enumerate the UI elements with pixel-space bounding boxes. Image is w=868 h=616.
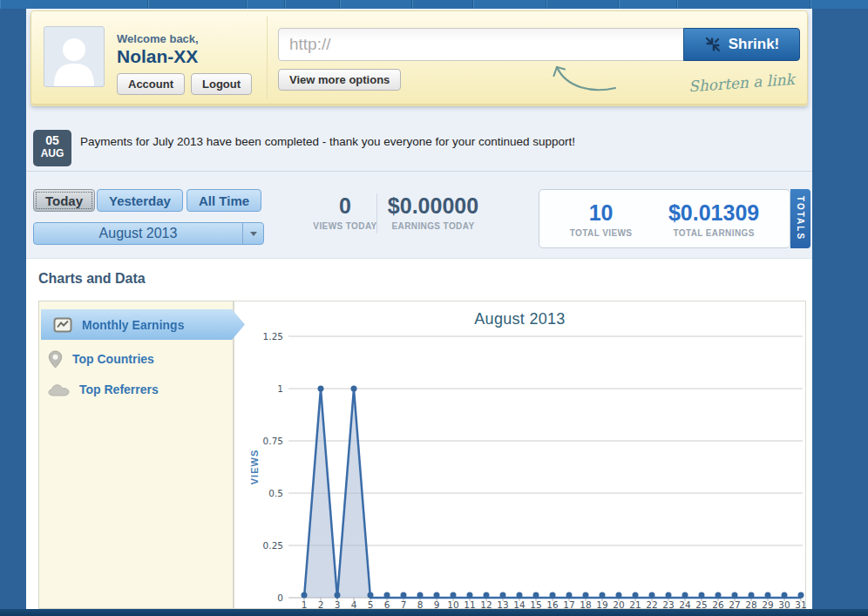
dropdown-arrow-box[interactable] [242,223,263,244]
account-button[interactable]: Account [117,73,185,95]
nav-tab[interactable] [412,0,473,9]
announcement-text: Payments for July 2013 have been complet… [80,135,575,148]
svg-text:1.25: 1.25 [263,331,283,342]
date-day: 05 [33,134,71,147]
announcement-bar: 05 AUG Payments for July 2013 have been … [26,122,812,172]
username: Nolan-XX [117,46,198,67]
total-earnings-stat: $0.01309 TOTAL EARNINGS [668,200,759,238]
earnings-today-stat: $0.00000 EARNINGS TODAY [385,193,481,231]
earnings-today-label: EARNINGS TODAY [385,221,481,231]
main-content: Welcome back, Nolan-XX Account Logout [26,9,812,609]
views-today-label: VIEWS TODAY [310,221,380,231]
nav-tab[interactable] [473,0,546,9]
charts-menu-panel: Monthly Earnings Top Countries Top Refer… [38,301,234,609]
charts-and-data-section: Charts and Data Monthly Earnings Top Cou… [26,259,812,609]
totals-tab[interactable]: TOTALS [790,189,810,248]
nav-tab[interactable] [619,0,677,9]
nav-tab[interactable] [285,0,340,9]
total-earnings-label: TOTAL EARNINGS [668,228,759,238]
tab-today[interactable]: Today [33,189,95,212]
page: Welcome back, Nolan-XX Account Logout [0,0,868,616]
totals-box: 10 TOTAL VIEWS $0.01309 TOTAL EARNINGS [539,189,790,248]
menu-item-label: Monthly Earnings [82,318,184,332]
nav-tab[interactable] [0,0,148,9]
view-more-options-button[interactable]: View more options [278,69,401,91]
footer-bar [0,609,868,616]
nav-tab[interactable] [810,0,868,9]
views-today-stat: 0 VIEWS TODAY [310,193,380,231]
svg-text:VIEWS: VIEWS [249,450,260,484]
nav-tab[interactable] [340,0,412,9]
shorten-a-link-note: Shorten a link [688,71,796,95]
svg-text:0.5: 0.5 [268,488,283,498]
tab-all-time[interactable]: All Time [186,189,261,212]
cloud-icon [48,383,70,396]
shrink-button[interactable]: Shrink! [683,28,800,61]
svg-text:0: 0 [277,592,283,603]
total-views-stat: 10 TOTAL VIEWS [570,200,633,238]
avatar [44,26,105,87]
top-nav-bar [0,0,868,9]
shrink-button-label: Shrink! [729,36,780,53]
views-today-value: 0 [310,193,380,218]
section-heading: Charts and Data [38,271,146,287]
svg-text:0.25: 0.25 [263,540,283,551]
menu-item-label: Top Countries [72,352,154,366]
nav-tab[interactable] [148,0,247,9]
chevron-down-icon [250,232,257,236]
svg-text:0.75: 0.75 [263,436,283,446]
total-views-value: 10 [570,200,633,225]
map-pin-icon [48,350,63,369]
chart-panel: August 2013 00.250.50.7511.2512345678910… [234,301,806,609]
total-earnings-value: $0.01309 [668,200,759,225]
curved-arrow-icon [549,60,617,93]
person-silhouette-icon [44,27,104,86]
tab-yesterday[interactable]: Yesterday [97,189,183,212]
menu-item-top-countries[interactable]: Top Countries [48,348,154,370]
nav-tab[interactable] [247,0,285,9]
welcome-text: Welcome back, [117,32,199,45]
line-chart-icon [53,317,72,333]
stats-row: Today Yesterday All Time August 2013 0 V… [26,172,812,259]
total-views-label: TOTAL VIEWS [570,228,633,238]
monthly-views-chart: 00.250.50.7511.2512345678910111213141516… [234,301,807,610]
shrink-icon [704,36,722,53]
nav-tab[interactable] [546,0,619,9]
earnings-today-value: $0.00000 [385,193,481,218]
menu-item-monthly-earnings[interactable]: Monthly Earnings [41,309,245,340]
nav-tab[interactable] [677,0,810,9]
menu-item-top-referrers[interactable]: Top Referrers [48,378,159,401]
month-selector-value: August 2013 [34,226,242,241]
divider [267,17,268,98]
date-badge: 05 AUG [33,130,71,166]
menu-item-label: Top Referrers [79,382,159,396]
month-selector[interactable]: August 2013 [33,222,264,245]
logout-button[interactable]: Logout [191,73,252,95]
shorten-card: Welcome back, Nolan-XX Account Logout [31,10,808,105]
date-month: AUG [33,147,71,160]
svg-text:1: 1 [277,383,283,394]
divider [376,193,377,234]
